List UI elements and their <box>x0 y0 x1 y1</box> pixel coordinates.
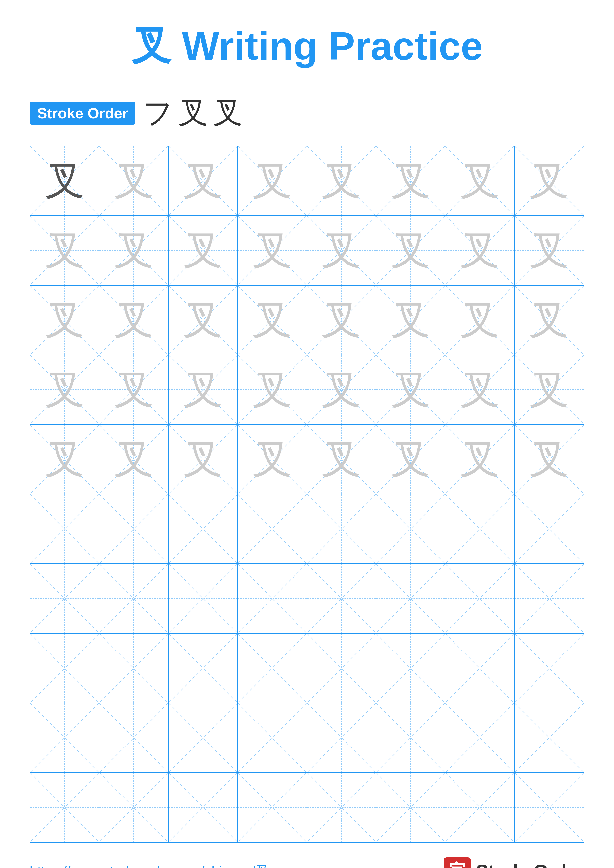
grid-cell[interactable]: 叉 <box>169 425 238 494</box>
stroke-char-1: フ <box>143 93 173 133</box>
grid-cell[interactable]: 叉 <box>515 146 584 215</box>
grid-cell[interactable] <box>445 564 515 633</box>
grid-cell[interactable]: 叉 <box>515 425 584 494</box>
grid-cell[interactable] <box>169 634 238 703</box>
grid-cell[interactable]: 叉 <box>307 285 376 355</box>
grid-cell[interactable] <box>445 703 515 772</box>
grid-cell[interactable]: 叉 <box>30 216 99 285</box>
grid-cell[interactable] <box>169 564 238 633</box>
grid-cell[interactable] <box>445 494 515 563</box>
grid-cell[interactable]: 叉 <box>376 285 445 355</box>
grid-cell[interactable]: 叉 <box>445 285 515 355</box>
grid-cell[interactable] <box>307 703 376 772</box>
practice-char: 叉 <box>252 439 292 479</box>
grid-cell[interactable]: 叉 <box>169 146 238 215</box>
grid-cell[interactable] <box>307 634 376 703</box>
grid-cell[interactable] <box>376 703 445 772</box>
grid-cell[interactable] <box>238 634 307 703</box>
grid-cell[interactable] <box>515 773 584 842</box>
grid-cell[interactable] <box>99 494 168 563</box>
grid-cell[interactable] <box>30 634 99 703</box>
grid-cell[interactable]: 叉 <box>307 146 376 215</box>
practice-char: 叉 <box>529 439 569 479</box>
grid-cell[interactable] <box>445 634 515 703</box>
grid-cell[interactable] <box>30 494 99 563</box>
grid-cell[interactable]: 叉 <box>99 146 168 215</box>
grid-cell[interactable]: 叉 <box>307 425 376 494</box>
grid-row: 叉 叉 叉 叉 叉 叉 叉 <box>30 425 584 494</box>
grid-cell[interactable] <box>30 773 99 842</box>
grid-cell[interactable]: 叉 <box>99 355 168 424</box>
grid-cell[interactable]: 叉 <box>445 146 515 215</box>
grid-cell[interactable]: 叉 <box>445 216 515 285</box>
grid-cell[interactable] <box>238 564 307 633</box>
practice-char: 叉 <box>460 161 500 201</box>
grid-cell[interactable]: 叉 <box>307 355 376 424</box>
grid-cell[interactable] <box>238 494 307 563</box>
practice-char: 叉 <box>45 300 84 340</box>
practice-char: 叉 <box>252 231 292 270</box>
grid-cell[interactable]: 叉 <box>169 216 238 285</box>
grid-cell[interactable]: 叉 <box>515 355 584 424</box>
grid-row <box>30 703 584 773</box>
grid-cell[interactable] <box>99 703 168 772</box>
grid-cell[interactable]: 叉 <box>515 285 584 355</box>
grid-cell[interactable]: 叉 <box>376 355 445 424</box>
grid-cell[interactable] <box>515 564 584 633</box>
grid-cell[interactable]: 叉 <box>99 285 168 355</box>
grid-cell[interactable]: 叉 <box>99 216 168 285</box>
grid-cell[interactable]: 叉 <box>445 425 515 494</box>
grid-cell[interactable] <box>307 564 376 633</box>
grid-cell[interactable]: 叉 <box>376 146 445 215</box>
grid-cell[interactable]: 叉 <box>30 355 99 424</box>
grid-cell[interactable]: 叉 <box>30 146 99 215</box>
practice-char: 叉 <box>252 300 292 340</box>
grid-cell[interactable]: 叉 <box>238 425 307 494</box>
grid-cell[interactable] <box>307 773 376 842</box>
stroke-chars: フ 叉 叉 <box>143 93 243 133</box>
grid-cell[interactable] <box>445 773 515 842</box>
grid-cell[interactable] <box>515 703 584 772</box>
grid-cell[interactable]: 叉 <box>30 285 99 355</box>
grid-cell[interactable] <box>376 564 445 633</box>
grid-cell[interactable]: 叉 <box>238 355 307 424</box>
grid-cell[interactable] <box>376 773 445 842</box>
grid-cell[interactable]: 叉 <box>238 285 307 355</box>
grid-cell[interactable] <box>99 564 168 633</box>
grid-cell[interactable] <box>30 703 99 772</box>
grid-cell[interactable]: 叉 <box>169 285 238 355</box>
practice-char: 叉 <box>322 231 361 270</box>
grid-cell[interactable]: 叉 <box>99 425 168 494</box>
grid-cell[interactable] <box>515 494 584 563</box>
grid-cell[interactable] <box>99 773 168 842</box>
practice-char: 叉 <box>183 439 223 479</box>
stroke-char-2: 叉 <box>178 93 208 133</box>
practice-char: 叉 <box>391 161 431 201</box>
grid-cell[interactable]: 叉 <box>376 425 445 494</box>
grid-cell[interactable]: 叉 <box>238 146 307 215</box>
grid-row <box>30 564 584 634</box>
grid-cell[interactable] <box>376 494 445 563</box>
grid-cell[interactable] <box>99 634 168 703</box>
grid-cell[interactable] <box>169 703 238 772</box>
grid-cell[interactable] <box>307 494 376 563</box>
grid-cell[interactable] <box>515 634 584 703</box>
practice-char: 叉 <box>45 231 84 270</box>
grid-cell[interactable] <box>169 773 238 842</box>
grid-cell[interactable]: 叉 <box>169 355 238 424</box>
grid-cell[interactable]: 叉 <box>515 216 584 285</box>
grid-cell[interactable]: 叉 <box>30 425 99 494</box>
grid-cell[interactable]: 叉 <box>307 216 376 285</box>
grid-cell[interactable] <box>238 773 307 842</box>
footer-url[interactable]: https://www.strokeorder.com/chinese/叉 <box>30 862 269 868</box>
grid-cell[interactable] <box>238 703 307 772</box>
grid-cell[interactable] <box>376 634 445 703</box>
grid-cell[interactable] <box>169 494 238 563</box>
practice-char: 叉 <box>183 231 223 270</box>
practice-char: 叉 <box>183 300 223 340</box>
grid-cell[interactable] <box>30 564 99 633</box>
grid-cell[interactable]: 叉 <box>376 216 445 285</box>
grid-cell[interactable]: 叉 <box>445 355 515 424</box>
practice-char: 叉 <box>529 231 569 270</box>
grid-cell[interactable]: 叉 <box>238 216 307 285</box>
